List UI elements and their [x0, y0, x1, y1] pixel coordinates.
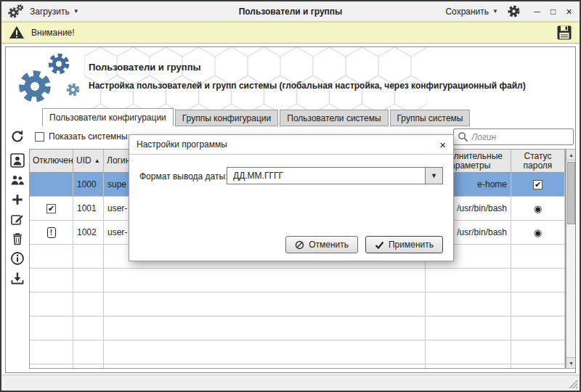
edit-button[interactable] [9, 212, 26, 226]
user-icon [10, 153, 25, 168]
apply-label: Применить [389, 240, 434, 250]
cell-uid: 1002 [73, 221, 104, 244]
export-button[interactable] [9, 271, 26, 285]
chevron-down-icon: ▼ [431, 172, 437, 179]
table-row-empty [30, 364, 565, 369]
column-header-disabled[interactable]: Отключен [30, 150, 73, 172]
tab-system-users[interactable]: Пользователи системы [280, 110, 388, 126]
plus-icon [11, 193, 24, 206]
trash-icon [10, 232, 25, 246]
cell-uid: 1001 [73, 197, 104, 220]
checkbox-unchecked-icon [35, 132, 44, 142]
dialog-title: Настройки программы [137, 139, 227, 150]
load-menu-button[interactable]: Загрузить ▼ [30, 7, 79, 17]
cell-password-status [511, 221, 565, 244]
warning-text: Внимание! [31, 28, 75, 38]
chevron-down-icon: ▼ [492, 8, 498, 15]
dialog-close-button[interactable]: × [439, 139, 446, 151]
cell-disabled [30, 173, 73, 196]
delete-button[interactable] [9, 232, 26, 246]
save-menu-button[interactable]: Сохранить ▼ [445, 7, 498, 17]
resize-grip[interactable] [569, 380, 578, 389]
edit-pencil-icon [10, 212, 25, 226]
apply-button[interactable]: Применить [365, 236, 443, 253]
page-title: Пользователи и группы [89, 62, 201, 73]
cell-uid: 1000 [73, 173, 104, 196]
info-button[interactable] [9, 251, 26, 266]
add-user-button[interactable] [9, 153, 26, 168]
table-row-empty [30, 293, 565, 317]
refresh-button[interactable] [8, 128, 27, 145]
add-button[interactable] [9, 192, 26, 207]
vertical-scrollbar[interactable]: ▲ ▼ [566, 149, 576, 369]
cancel-circle-icon [295, 240, 304, 250]
date-format-label: Формат вывода даты: [139, 171, 228, 181]
show-system-checkbox[interactable]: Показать системны [35, 131, 128, 142]
app-window: Загрузить ▼ Пользователи и группы Сохран… [0, 0, 581, 392]
minimize-button[interactable]: ─ [532, 7, 542, 17]
save-menu-label: Сохранить [445, 7, 489, 17]
show-system-label: Показать системны [49, 131, 128, 142]
page-subtitle: Настройка пользователей и групп системы … [89, 81, 526, 91]
cancel-label: Отменить [309, 240, 349, 250]
settings-gear-icon[interactable] [507, 4, 521, 18]
download-icon [10, 271, 25, 285]
load-menu-label: Загрузить [30, 7, 70, 17]
scroll-down-button[interactable]: ▼ [566, 357, 576, 368]
dialog-title-bar: Настройки программы × [129, 135, 453, 155]
info-icon [10, 251, 25, 266]
save-floppy-icon[interactable] [556, 25, 572, 41]
search-box [453, 128, 574, 145]
tab-bar: Пользователи конфигурации Группы конфигу… [42, 108, 471, 126]
refresh-icon [10, 129, 25, 144]
cell-disabled [30, 221, 73, 244]
combo-dropdown-button[interactable]: ▼ [425, 168, 442, 184]
checkbox-checked-icon [46, 204, 56, 213]
app-gears-icon [7, 4, 25, 20]
scroll-up-button[interactable]: ▲ [566, 150, 576, 160]
groups-button[interactable] [9, 173, 26, 187]
table-row-empty [30, 269, 565, 293]
cell-password-status [511, 173, 565, 196]
app-logo-gears-icon [15, 52, 84, 108]
title-bar: Загрузить ▼ Пользователи и группы Сохран… [1, 1, 580, 22]
status-bar [1, 375, 580, 391]
tab-config-users[interactable]: Пользователи конфигурации [42, 108, 174, 126]
users-group-icon [10, 173, 25, 187]
radio-status-icon [534, 227, 542, 238]
cell-password-status [511, 197, 565, 220]
column-header-uid[interactable]: UID ▲ [73, 150, 104, 172]
table-row-empty [30, 340, 565, 364]
hexagon-pattern [84, 47, 427, 110]
close-button[interactable]: × [564, 6, 574, 17]
warning-triangle-icon [9, 25, 25, 40]
checkbox-checked-icon [533, 180, 543, 189]
cell-disabled [30, 197, 73, 220]
tab-config-groups[interactable]: Группы конфигурации [175, 110, 278, 126]
sort-asc-icon: ▲ [94, 156, 100, 166]
radio-status-icon [534, 203, 542, 214]
table-row-empty [30, 317, 565, 340]
chevron-down-icon: ▼ [73, 8, 79, 15]
column-header-password-status[interactable]: Статус пароля [511, 150, 565, 172]
checkmark-icon [375, 241, 384, 249]
scrollbar-thumb[interactable] [567, 162, 575, 224]
cancel-button[interactable]: Отменить [285, 236, 358, 253]
exclamation-badge-icon [47, 227, 56, 238]
warning-bar: Внимание! [1, 22, 580, 44]
settings-dialog: Настройки программы × Формат вывода даты… [129, 134, 454, 261]
date-format-value: ДД.ММ.ГГГГ [227, 171, 425, 181]
date-format-select[interactable]: ДД.ММ.ГГГГ ▼ [227, 167, 443, 184]
maximize-button[interactable]: □ [548, 7, 558, 17]
search-icon [458, 131, 468, 142]
dialog-body: Формат вывода даты: ДД.ММ.ГГГГ ▼ Отменит… [129, 155, 453, 261]
tab-system-groups[interactable]: Группы системы [390, 110, 471, 126]
search-input[interactable] [471, 132, 569, 142]
side-toolbar [8, 153, 27, 285]
